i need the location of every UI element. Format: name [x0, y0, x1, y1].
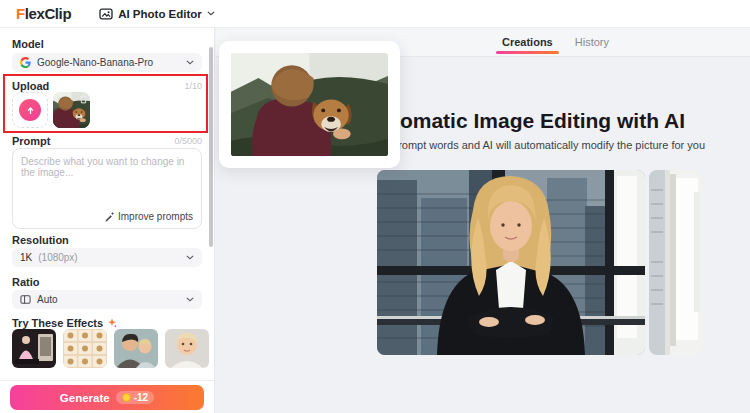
model-label: Model	[12, 38, 202, 50]
google-icon	[20, 57, 31, 68]
generate-bar: Generate -12	[0, 380, 214, 413]
effect-thumbnail-father-child[interactable]	[114, 329, 158, 368]
improve-prompts-label: Improve prompts	[118, 211, 193, 222]
logo-letter: F	[16, 5, 25, 22]
prompt-textarea[interactable]	[13, 149, 201, 205]
effect-thumbnail-toddler[interactable]	[165, 329, 209, 368]
upload-image-button[interactable]	[12, 92, 48, 128]
photo-editor-icon	[99, 7, 113, 21]
model-select[interactable]: Google-Nano-Banana-Pro	[12, 53, 202, 72]
example-result-image[interactable]	[377, 170, 645, 355]
uploaded-image-preview-card	[219, 41, 400, 168]
flexclip-logo[interactable]: F lexClip	[16, 5, 71, 22]
resolution-select[interactable]: 1K (1080px)	[12, 248, 202, 267]
credit-cost-badge: -12	[116, 391, 154, 404]
effect-thumbnail-kitten-grid[interactable]	[63, 329, 107, 368]
ratio-value: Auto	[37, 294, 180, 305]
logo-text: lexClip	[25, 5, 71, 22]
effects-label: Try These Effects	[12, 317, 103, 329]
credit-cost-value: -12	[134, 392, 148, 403]
settings-sidebar: Model Google-Nano-Banana-Pro Upload 1/10	[0, 28, 215, 413]
chevron-down-icon	[186, 297, 194, 302]
top-bar: F lexClip AI Photo Editor	[0, 0, 750, 28]
ratio-label: Ratio	[12, 276, 202, 288]
upload-label: Upload	[12, 80, 49, 92]
chevron-down-icon	[186, 60, 194, 65]
active-tab-underline	[496, 51, 559, 54]
resolution-value: 1K	[20, 252, 32, 263]
uploaded-image-preview	[231, 53, 388, 156]
resolution-label: Resolution	[12, 234, 202, 246]
generate-label: Generate	[60, 392, 110, 404]
uploaded-image-thumbnail[interactable]	[53, 92, 90, 128]
example-next-image-partial[interactable]	[649, 170, 702, 355]
tab-history[interactable]: History	[575, 28, 609, 56]
aspect-ratio-icon	[20, 294, 31, 305]
ratio-select[interactable]: Auto	[12, 290, 202, 309]
coin-icon	[122, 393, 131, 402]
prompt-label: Prompt	[12, 135, 51, 147]
tool-menu-label: AI Photo Editor	[118, 8, 202, 20]
resolution-suffix: (1080px)	[38, 252, 180, 263]
upload-counter: 1/10	[184, 81, 202, 91]
chevron-down-icon	[186, 255, 194, 260]
ai-photo-editor-menu[interactable]: AI Photo Editor	[99, 7, 215, 21]
effect-thumbnail-doll-studio[interactable]	[12, 329, 56, 368]
improve-prompts-button[interactable]: Improve prompts	[104, 211, 193, 222]
upload-icon	[19, 99, 41, 121]
model-value: Google-Nano-Banana-Pro	[37, 57, 180, 68]
tab-creations[interactable]: Creations	[502, 28, 553, 56]
prompt-box: Improve prompts	[12, 148, 202, 229]
magic-wand-icon	[104, 211, 115, 222]
prompt-counter: 0/5000	[174, 136, 202, 146]
chevron-down-icon	[207, 11, 215, 16]
sparkle-icon	[107, 318, 117, 328]
example-carousel	[377, 170, 702, 355]
sidebar-scrollbar[interactable]	[209, 47, 213, 247]
delete-image-icon[interactable]	[79, 94, 88, 104]
generate-button[interactable]: Generate -12	[10, 385, 204, 410]
